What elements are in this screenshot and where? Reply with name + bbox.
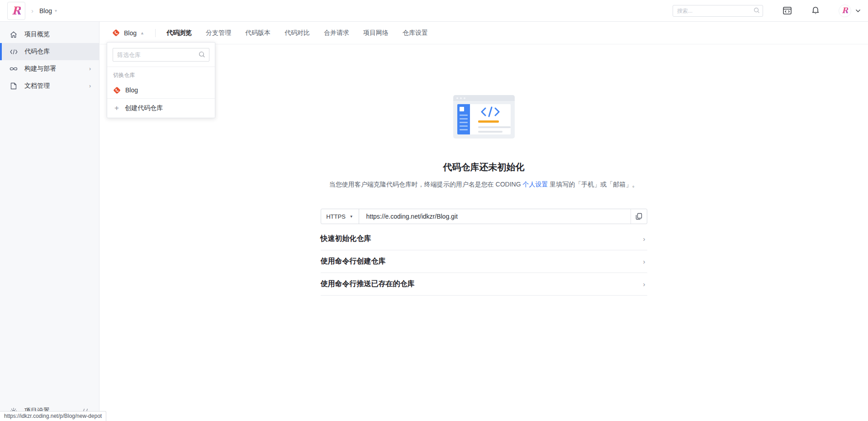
tab-project-network[interactable]: 项目网络 bbox=[363, 22, 389, 44]
illustration-sidebar bbox=[457, 104, 470, 134]
switch-repo-label: 切换仓库 bbox=[107, 67, 215, 82]
code-glyph-icon bbox=[480, 106, 500, 117]
sidebar-item-doc-management[interactable]: 文档管理 › bbox=[0, 77, 99, 95]
illustration-window-bar bbox=[453, 95, 515, 101]
user-menu-chevron-icon[interactable] bbox=[855, 9, 861, 13]
tab-code-browse[interactable]: 代码浏览 bbox=[166, 22, 192, 44]
repo-filter bbox=[107, 43, 215, 67]
notifications-bell-icon[interactable] bbox=[811, 6, 820, 15]
sidebar-item-project-overview[interactable]: 项目概览 bbox=[0, 26, 99, 43]
code-icon bbox=[9, 49, 18, 55]
personal-settings-link[interactable]: 个人设置 bbox=[522, 181, 548, 188]
sidebar-item-label: 代码仓库 bbox=[24, 48, 50, 56]
breadcrumb-separator-icon: › bbox=[31, 7, 33, 14]
empty-state-title: 代码仓库还未初始化 bbox=[321, 161, 647, 173]
breadcrumb-project[interactable]: Blog bbox=[39, 7, 52, 14]
repo-list-item-blog[interactable]: Blog bbox=[107, 82, 215, 98]
tab-code-releases[interactable]: 代码版本 bbox=[245, 22, 270, 44]
tab-repo-settings[interactable]: 仓库设置 bbox=[403, 22, 428, 44]
chevron-right-icon: › bbox=[89, 83, 91, 89]
sidebar-item-build-deploy[interactable]: 构建与部署 › bbox=[0, 60, 99, 77]
caret-up-icon: ▲ bbox=[140, 31, 144, 35]
search-icon bbox=[199, 51, 205, 58]
empty-state-illustration bbox=[453, 95, 515, 139]
caret-down-icon: ▼ bbox=[350, 215, 353, 219]
desc-text-after: 里填写的「手机」或「邮箱」。 bbox=[548, 181, 638, 188]
git-repo-icon bbox=[112, 29, 120, 37]
team-logo[interactable]: R bbox=[7, 2, 25, 20]
desc-text-before: 当您使用客户端克隆代码仓库时，终端提示的用户名是您在 CODING bbox=[329, 181, 523, 188]
clone-url-bar: HTTPS ▼ https://e.coding.net/idkzr/Blog.… bbox=[321, 209, 647, 224]
plus-icon: + bbox=[113, 104, 120, 113]
home-icon bbox=[9, 31, 18, 38]
repo-tabs: 代码浏览 分支管理 代码版本 代码对比 合并请求 项目网络 仓库设置 bbox=[166, 22, 442, 44]
chevron-right-icon: › bbox=[643, 235, 645, 243]
repo-switcher-dropdown: 切换仓库 Blog + 创建代码仓库 bbox=[107, 42, 215, 118]
protocol-select[interactable]: HTTPS ▼ bbox=[321, 209, 359, 224]
tab-branch-management[interactable]: 分支管理 bbox=[206, 22, 231, 44]
tab-merge-requests[interactable]: 合并请求 bbox=[324, 22, 349, 44]
sidebar-item-label: 构建与部署 bbox=[24, 65, 56, 73]
copy-icon bbox=[636, 213, 642, 220]
illustration-main bbox=[470, 104, 511, 134]
init-options: 快速初始化仓库 › 使用命令行创建仓库 › 使用命令行推送已存在的仓库 › bbox=[321, 228, 647, 296]
copy-button[interactable] bbox=[631, 209, 647, 224]
breadcrumb-caret-icon[interactable]: ▾ bbox=[55, 8, 57, 13]
header-divider bbox=[155, 29, 156, 37]
section-cli-push-existing[interactable]: 使用命令行推送已存在的仓库 › bbox=[321, 273, 647, 296]
chevron-right-icon: › bbox=[643, 258, 645, 265]
tab-code-compare[interactable]: 代码对比 bbox=[285, 22, 310, 44]
repo-selector-name: Blog bbox=[124, 29, 137, 37]
user-avatar[interactable]: R bbox=[839, 5, 851, 17]
clone-url-value[interactable]: https://e.coding.net/idkzr/Blog.git bbox=[359, 209, 631, 224]
top-bar: R › Blog ▾ R bbox=[0, 0, 868, 22]
sidebar-item-label: 项目概览 bbox=[24, 30, 50, 38]
git-repo-icon bbox=[113, 86, 121, 94]
section-cli-create[interactable]: 使用命令行创建仓库 › bbox=[321, 250, 647, 273]
chevron-right-icon: › bbox=[89, 66, 91, 72]
empty-state-description: 当您使用客户端克隆代码仓库时，终端提示的用户名是您在 CODING 个人设置 里… bbox=[321, 181, 647, 189]
search-icon bbox=[754, 7, 760, 14]
repo-filter-input[interactable] bbox=[113, 48, 209, 62]
repo-item-name: Blog bbox=[125, 86, 138, 94]
illustration-window-body bbox=[457, 104, 511, 134]
topbar-right: R bbox=[673, 5, 861, 17]
sidebar: 项目概览 代码仓库 构建与部署 › 文档管理 › 项目设置 bbox=[0, 22, 100, 421]
sidebar-item-label: 文档管理 bbox=[24, 82, 50, 90]
chevron-right-icon: › bbox=[643, 280, 645, 288]
status-link-preview: https://idkzr.coding.net/p/Blog/new-depo… bbox=[0, 411, 106, 421]
repo-selector[interactable]: Blog ▲ bbox=[112, 29, 144, 37]
infinity-icon bbox=[9, 67, 18, 71]
logo-letter: R bbox=[12, 5, 21, 16]
avatar-letter: R bbox=[842, 7, 848, 14]
document-icon bbox=[9, 82, 18, 90]
sidebar-item-code-repo[interactable]: 代码仓库 bbox=[0, 43, 99, 60]
workbench-icon[interactable] bbox=[783, 7, 792, 14]
repo-header: Blog ▲ 代码浏览 分支管理 代码版本 代码对比 合并请求 项目网络 仓库设… bbox=[100, 22, 868, 44]
search-input[interactable] bbox=[673, 5, 763, 17]
create-repo-button[interactable]: + 创建代码仓库 bbox=[107, 99, 215, 118]
protocol-value: HTTPS bbox=[326, 213, 346, 220]
repo-empty-state: 代码仓库还未初始化 当您使用客户端克隆代码仓库时，终端提示的用户名是您在 COD… bbox=[321, 95, 647, 296]
section-quick-init[interactable]: 快速初始化仓库 › bbox=[321, 228, 647, 250]
global-search bbox=[673, 5, 763, 17]
